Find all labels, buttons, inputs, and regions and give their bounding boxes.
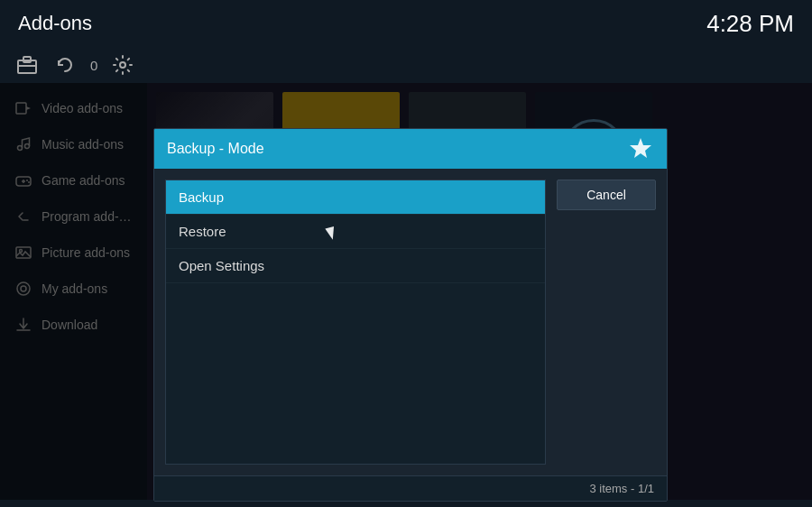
count-badge: 0: [90, 58, 97, 73]
clock: 4:28 PM: [706, 10, 794, 38]
svg-point-3: [120, 62, 125, 68]
dialog-title: Backup - Mode: [167, 141, 264, 157]
dialog-list-item-backup[interactable]: Backup: [166, 180, 545, 215]
dialog-body: Backup Restore Open Settings Cancel: [154, 169, 667, 475]
dialog: Backup - Mode Backup Restore Open Settin…: [153, 128, 668, 502]
refresh-icon[interactable]: [52, 52, 78, 78]
dialog-header: Backup - Mode: [154, 129, 667, 169]
dialog-list-item-opensettings[interactable]: Open Settings: [166, 249, 545, 283]
cancel-button[interactable]: Cancel: [557, 180, 656, 210]
content-area: Video add-ons Music add-ons Game add-ons…: [0, 83, 812, 500]
dialog-list-item-restore[interactable]: Restore: [166, 215, 545, 249]
dialog-footer: 3 items - 1/1: [154, 475, 667, 501]
dialog-actions: Cancel: [557, 180, 656, 465]
kodi-icon: [627, 135, 654, 162]
icon-bar: 0: [0, 47, 812, 83]
dialog-list: Backup Restore Open Settings: [165, 180, 546, 465]
top-bar: Add-ons 4:28 PM: [0, 0, 812, 47]
items-count: 3 items - 1/1: [589, 482, 654, 495]
svg-marker-26: [630, 138, 651, 158]
page-title: Add-ons: [18, 12, 92, 35]
addon-icon[interactable]: [14, 52, 40, 78]
settings-icon[interactable]: [110, 52, 135, 78]
